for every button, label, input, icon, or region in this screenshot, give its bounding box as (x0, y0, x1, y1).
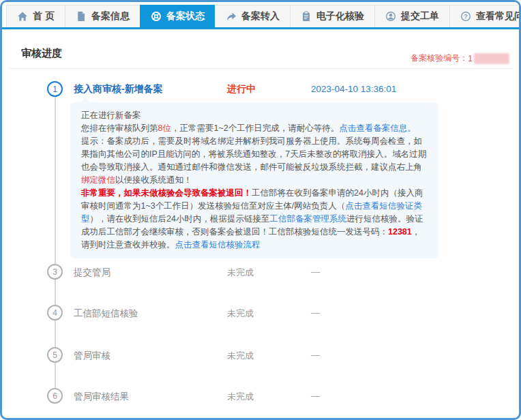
tab-label: 查看常见问题 (476, 10, 521, 22)
step-label: 提交管局 (74, 267, 110, 279)
notice-text: 正在进行新备案 (81, 110, 141, 120)
queue-position-highlight: 8位 (158, 123, 171, 133)
step-label: 管局审核结果 (74, 391, 129, 403)
tab-label: 提交工单 (401, 10, 439, 22)
step-time: — (311, 391, 320, 401)
tab-label: 备案转入 (241, 10, 280, 22)
step-status: 未完成 (227, 308, 254, 320)
lifebuoy-icon (151, 11, 162, 22)
tab-filing-info[interactable]: 备案信息 (65, 5, 140, 27)
verification-number-visible: 1 (468, 54, 473, 63)
tab-label: 备案状态 (166, 10, 205, 22)
notice-text: 提示：备案成功后，需要及时将域名绑定并解析到我司服务器上使用。系统每周会检查，如… (81, 136, 426, 172)
redacted-number-box (474, 53, 509, 64)
page-title: 审核进度 (21, 47, 62, 60)
step-label: 管局审核 (74, 350, 110, 362)
step-status: 未完成 (227, 391, 254, 403)
step-status: 进行中 (227, 83, 256, 95)
step-number: 5 (53, 350, 57, 360)
step-time: — (311, 267, 320, 277)
miit-system-link[interactable]: 工信部备案管理系统 (269, 214, 346, 224)
arrow-forward-icon (226, 11, 237, 22)
tab-label: 首 页 (33, 10, 55, 22)
step-label: 接入商审核-新增备案 (74, 83, 163, 95)
tab-home[interactable]: 首 页 (6, 5, 65, 27)
step-status: 未完成 (227, 267, 254, 279)
top-nav: 首 页 备案信息 备案状态 备案转入 电子化核验 提交工单 ? 查看常见问题 (2, 2, 519, 29)
step-number: 1 (53, 85, 57, 94)
notice-text: 您排在待审核队列第 (81, 123, 158, 133)
notice-text: 以便接收系统通知！ (115, 175, 192, 185)
header-divider (9, 68, 512, 69)
sms-verify-flow-link[interactable]: 点击查看短信核验流程 (175, 240, 260, 250)
step-time: 2023-04-10 13:36:01 (311, 84, 396, 94)
tab-filing-transfer[interactable]: 备案转入 (215, 5, 291, 27)
page-frame: 首 页 备案信息 备案状态 备案转入 电子化核验 提交工单 ? 查看常见问题 审… (0, 0, 521, 420)
step-time: — (311, 308, 320, 318)
clipboard-icon (301, 11, 312, 22)
step-number: 4 (53, 308, 57, 318)
tab-label: 电子化核验 (316, 10, 364, 22)
step-circle: 5 (47, 347, 63, 363)
notice-text: ，正常需要1~2个工作日完成，请耐心等待。 (171, 123, 339, 133)
step-circle: 1 (47, 81, 63, 97)
home-icon (17, 11, 28, 22)
sms-number-highlight: 12381 (388, 227, 412, 237)
view-filing-info-link[interactable]: 点击查看备案信息。 (339, 123, 416, 133)
tab-submit-ticket[interactable]: 提交工单 (374, 5, 450, 27)
tab-filing-status[interactable]: 备案状态 (140, 5, 215, 27)
step-circle: 4 (47, 305, 63, 320)
tab-faq[interactable]: ? 查看常见问题 (449, 5, 521, 27)
step-number: 3 (53, 267, 57, 277)
verification-number: 备案核验编号：1 (411, 52, 509, 64)
verification-number-label: 备案核验编号： (411, 52, 468, 64)
status-notice-bubble: 正在进行新备案 您排在待审核队列第8位，正常需要1~2个工作日完成，请耐心等待。… (70, 102, 438, 258)
question-icon: ? (460, 11, 471, 22)
step-circle: 3 (47, 264, 63, 280)
step-time: — (311, 350, 320, 360)
bind-wechat-highlight: 绑定微信 (81, 175, 115, 185)
svg-text:?: ? (464, 13, 468, 20)
step-status: 未完成 (227, 350, 254, 362)
step-circle: 6 (47, 388, 63, 404)
notice-text: ），请在收到短信后24小时内，根据提示链接至 (90, 214, 270, 224)
user-icon (385, 11, 396, 22)
important-warning-text: 非常重要，如果未做核验会导致备案被退回！ (81, 188, 252, 198)
step-label: 工信部短信核验 (74, 308, 138, 320)
tab-e-verification[interactable]: 电子化核验 (290, 5, 375, 27)
file-icon (76, 11, 87, 22)
tab-label: 备案信息 (91, 10, 130, 22)
step-number: 6 (53, 391, 57, 401)
